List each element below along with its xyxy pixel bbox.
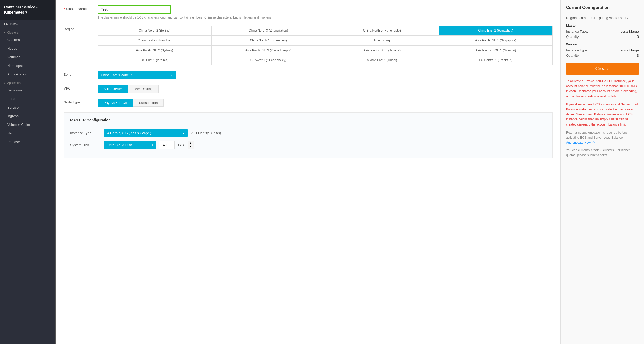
disk-size-up-button[interactable]: ▲ bbox=[188, 141, 194, 145]
node-type-subscription-button[interactable]: Subscription bbox=[133, 99, 164, 107]
zone-content: China East 1 Zone B bbox=[98, 71, 553, 79]
sidebar-item-nodes[interactable]: Nodes bbox=[0, 44, 55, 53]
info-text-1: Real-name authentication is required bef… bbox=[566, 130, 639, 145]
clusters-arrow-icon: ▾ bbox=[4, 31, 5, 34]
sidebar-item-release[interactable]: Release bbox=[0, 138, 55, 146]
vpc-row: VPC Auto Create Use Existing bbox=[64, 85, 553, 93]
instance-type-select[interactable]: 4 Core(s) 8 G ( ecs.s3.large ) bbox=[104, 129, 188, 137]
application-arrow-icon: ▾ bbox=[4, 82, 5, 85]
vpc-toggle-group: Auto Create Use Existing bbox=[98, 85, 553, 93]
disk-unit-label: GiB bbox=[178, 143, 184, 147]
vpc-use-existing-button[interactable]: Use Existing bbox=[128, 85, 158, 93]
master-system-disk-row: System Disk Ultra Cloud Disk GiB ▲ ▼ bbox=[70, 141, 546, 149]
sidebar-item-volumes-claim[interactable]: Volumes Claim bbox=[0, 120, 55, 129]
system-disk-select[interactable]: Ultra Cloud Disk bbox=[104, 141, 156, 149]
region-asia-se-1[interactable]: Asia Pacific SE 1 (Singapore) bbox=[439, 36, 553, 46]
cluster-name-input[interactable] bbox=[98, 5, 171, 14]
region-us-east-1[interactable]: US East 1 (Virginia) bbox=[98, 55, 212, 65]
disk-stepper: ▲ ▼ bbox=[188, 141, 194, 149]
required-asterisk: * bbox=[64, 7, 65, 11]
right-panel: Current Configuration Region: China East… bbox=[560, 0, 644, 344]
master-config-title: Master bbox=[566, 23, 639, 27]
warning-text-1: To activate a Pay-As-You-Go ECS instance… bbox=[566, 79, 639, 99]
master-instance-type-config-value: ecs.s3.large bbox=[621, 29, 639, 33]
sidebar-section-clusters[interactable]: ▾ Clusters bbox=[0, 28, 55, 35]
sidebar-item-ingress[interactable]: Ingress bbox=[0, 112, 55, 120]
create-button[interactable]: Create bbox=[566, 63, 639, 75]
master-instance-type-content: 4 Core(s) 8 G ( ecs.s3.large ) ⊿ Quantit… bbox=[104, 129, 546, 137]
region-row: Region China North 2 (Beijing) China Nor… bbox=[64, 26, 553, 65]
sidebar-item-deployment[interactable]: Deployment bbox=[0, 86, 55, 94]
region-china-south-1[interactable]: China South 1 (Shenzhen) bbox=[212, 36, 325, 46]
region-us-west-1[interactable]: US West 1 (Silicon Valley) bbox=[212, 55, 325, 65]
region-asia-se-2[interactable]: Asia Pacific SE 2 (Sydney) bbox=[98, 46, 212, 56]
vpc-auto-create-button[interactable]: Auto Create bbox=[98, 85, 128, 93]
master-instance-type-row: Instance Type 4 Core(s) 8 G ( ecs.s3.lar… bbox=[70, 129, 546, 137]
worker-config-title: Worker bbox=[566, 42, 639, 46]
zone-row: Zone China East 1 Zone B bbox=[64, 71, 553, 79]
region-china-north-2[interactable]: China North 2 (Beijing) bbox=[98, 26, 212, 36]
cluster-name-label: * Cluster Name bbox=[64, 5, 98, 11]
worker-quantity-config-label: Quantity: bbox=[566, 54, 580, 57]
sidebar-item-helm[interactable]: Helm bbox=[0, 129, 55, 138]
vpc-content: Auto Create Use Existing bbox=[98, 85, 553, 93]
region-eu-central-1[interactable]: EU Central 1 (Frankfurt) bbox=[439, 55, 553, 65]
master-system-disk-content: Ultra Cloud Disk GiB ▲ ▼ bbox=[104, 141, 546, 149]
zone-label: Zone bbox=[64, 71, 98, 76]
worker-quantity-config: Quantity: 3 bbox=[566, 54, 639, 57]
authenticate-now-link[interactable]: Authenticate Now >> bbox=[566, 141, 595, 144]
region-asia-se-5[interactable]: Asia Pacific SE 5 (Jakarta) bbox=[325, 46, 439, 56]
node-type-content: Pay-As-You-Go Subscription bbox=[98, 99, 553, 107]
disk-select-wrapper: Ultra Cloud Disk bbox=[104, 141, 156, 149]
sidebar-item-volumes[interactable]: Volumes bbox=[0, 53, 55, 61]
region-china-east-2[interactable]: China East 2 (Shanghai) bbox=[98, 36, 212, 46]
main-content: * Cluster Name The cluster name should b… bbox=[56, 0, 560, 344]
sidebar-item-service[interactable]: Service bbox=[0, 103, 55, 112]
warning-text-2: If you already have ECS instances and Se… bbox=[566, 102, 639, 127]
node-type-toggle-group: Pay-As-You-Go Subscription bbox=[98, 99, 553, 107]
current-config-title: Current Configuration bbox=[566, 5, 639, 13]
master-instance-type-config-label: Instance Type: bbox=[566, 29, 588, 33]
region-grid: China North 2 (Beijing) China North 3 (Z… bbox=[98, 26, 553, 65]
disk-size-down-button[interactable]: ▼ bbox=[188, 145, 194, 149]
master-section-title: MASTER Configuration bbox=[70, 118, 546, 124]
instance-type-select-wrapper: 4 Core(s) 8 G ( ecs.s3.large ) bbox=[104, 129, 188, 137]
worker-instance-type-config: Instance Type: ecs.s3.large bbox=[566, 48, 639, 52]
master-quantity-config-value: 3 bbox=[637, 35, 639, 39]
region-label: Region bbox=[64, 26, 98, 31]
master-quantity-config: Quantity: 3 bbox=[566, 35, 639, 39]
cluster-name-content: The cluster name should be 1-63 characte… bbox=[98, 5, 553, 20]
node-type-pay-as-you-go-button[interactable]: Pay-As-You-Go bbox=[98, 99, 133, 107]
region-asia-se-3[interactable]: Asia Pacific SE 3 (Kuala Lumpur) bbox=[212, 46, 325, 56]
info-text-2: You can currently create 5 clusters. For… bbox=[566, 148, 639, 158]
sidebar-header[interactable]: Container Service - Kubernetes ▾ bbox=[0, 0, 55, 20]
region-middle-east-1[interactable]: Middle East 1 (Dubai) bbox=[325, 55, 439, 65]
master-configuration-section: MASTER Configuration Instance Type 4 Cor… bbox=[64, 112, 553, 158]
sidebar-section-application[interactable]: ▾ Application bbox=[0, 79, 55, 86]
worker-instance-type-config-value: ecs.s3.large bbox=[621, 48, 639, 52]
disk-size-input[interactable] bbox=[159, 141, 175, 149]
region-china-north-5[interactable]: China North 5 (Huhehaote) bbox=[325, 26, 439, 36]
sidebar-item-authorization[interactable]: Authorization bbox=[0, 70, 55, 79]
sidebar-item-namespace[interactable]: Namespace bbox=[0, 61, 55, 70]
quantity-display: Quantity 3unit(s) bbox=[196, 131, 221, 135]
node-type-label: Node Type bbox=[64, 99, 98, 104]
sidebar-item-overview[interactable]: Overview bbox=[0, 20, 55, 28]
sidebar-item-pods[interactable]: Pods bbox=[0, 94, 55, 103]
region-content: China North 2 (Beijing) China North 3 (Z… bbox=[98, 26, 553, 65]
cluster-name-row: * Cluster Name The cluster name should b… bbox=[64, 5, 553, 20]
worker-instance-type-config-label: Instance Type: bbox=[566, 48, 588, 52]
zone-select[interactable]: China East 1 Zone B bbox=[98, 71, 176, 79]
sidebar: Container Service - Kubernetes ▾ Overvie… bbox=[0, 0, 55, 344]
master-system-disk-label: System Disk bbox=[70, 143, 104, 147]
sidebar-item-clusters[interactable]: Clusters bbox=[0, 35, 55, 44]
master-quantity-config-label: Quantity: bbox=[566, 35, 580, 39]
worker-quantity-config-value: 3 bbox=[637, 54, 639, 57]
master-instance-type-config: Instance Type: ecs.s3.large bbox=[566, 29, 639, 33]
filter-icon[interactable]: ⊿ bbox=[190, 131, 194, 135]
region-asia-sou-1[interactable]: Asia Pacific SOU 1 (Mumbai) bbox=[439, 46, 553, 56]
region-hong-kong[interactable]: Hong Kong bbox=[325, 36, 439, 46]
region-china-east-1[interactable]: China East 1 (Hangzhou) bbox=[439, 26, 553, 36]
region-china-north-3[interactable]: China North 3 (Zhangjiakou) bbox=[212, 26, 325, 36]
master-instance-type-label: Instance Type bbox=[70, 131, 104, 135]
